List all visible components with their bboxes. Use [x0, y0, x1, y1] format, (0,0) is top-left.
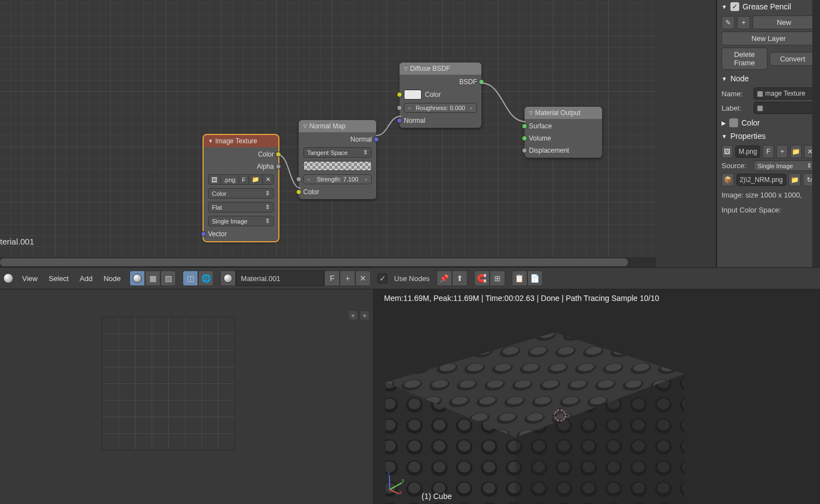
collapse-icon[interactable]: ▽	[303, 123, 307, 129]
node-material-output[interactable]: ▽ Material Output Surface Volume Displac…	[525, 107, 602, 158]
toggle-properties-icon[interactable]: +	[360, 310, 370, 320]
node-diffuse-bsdf[interactable]: ▽ Diffuse BSDF BSDF Color ◂Roughness: 0.…	[399, 63, 481, 128]
compositor-tree-icon[interactable]: ▦	[145, 271, 160, 286]
image-filename[interactable]: .png	[221, 175, 239, 184]
image-icon[interactable]: 🖼	[722, 145, 733, 158]
node-editor-hscroll[interactable]	[0, 257, 656, 267]
menu-view[interactable]: View	[20, 274, 40, 283]
collapse-icon[interactable]: ▼	[722, 133, 727, 139]
snap-icon[interactable]: 🧲	[474, 271, 490, 286]
socket-roughness-in[interactable]	[397, 105, 402, 111]
copy-icon[interactable]: 📋	[512, 271, 527, 286]
convert-button[interactable]: Convert	[770, 52, 816, 66]
socket-bsdf-out[interactable]	[479, 79, 484, 85]
menu-select[interactable]: Select	[46, 274, 71, 283]
node-editor[interactable]: terial.001 ▼ Image Texture Color Alpha 🖼…	[0, 0, 656, 257]
roughness-field[interactable]: ◂Roughness: 0.000▸	[404, 103, 477, 113]
socket-color-out[interactable]	[276, 152, 281, 157]
space-dropdown[interactable]: Tangent Space⇕	[303, 147, 372, 158]
socket-color-in[interactable]	[296, 189, 302, 195]
source-dropdown[interactable]: Single Image⇕	[208, 216, 274, 226]
shader-tree-icon[interactable]	[129, 271, 145, 286]
toggle-toolbar-icon[interactable]: +	[348, 310, 358, 320]
add-image-icon[interactable]: +	[776, 145, 788, 158]
node-header[interactable]: ▼ Image Texture	[204, 135, 278, 147]
new-button[interactable]: New	[752, 15, 816, 29]
pin-buttons[interactable]: 📌 ⬆	[437, 271, 468, 286]
image-name-input[interactable]: M.png	[735, 146, 760, 158]
tree-type-buttons[interactable]: ▦ ▨	[129, 271, 176, 286]
browse-icon[interactable]: 📁	[788, 173, 801, 186]
socket-displacement-in[interactable]	[522, 148, 527, 153]
node-header[interactable]: ▽ Material Output	[525, 107, 602, 119]
paste-icon[interactable]: 📄	[527, 271, 543, 286]
projection-dropdown[interactable]: Flat⇕	[208, 202, 274, 212]
uv-editor[interactable]: + +	[0, 289, 373, 504]
node-label-input[interactable]: ▦	[754, 102, 816, 114]
unlink-material-icon[interactable]: ✕	[355, 271, 371, 286]
delete-frame-button[interactable]: Delete Frame	[722, 48, 767, 70]
texture-tree-icon[interactable]: ▨	[160, 271, 176, 286]
snap-buttons[interactable]: 🧲 ⊞	[474, 271, 505, 286]
world-shader-icon[interactable]: 🌐	[198, 271, 214, 286]
expand-icon[interactable]: ▶	[722, 120, 726, 126]
grease-pencil-checkbox[interactable]: ✓	[730, 2, 739, 11]
socket-vector-in[interactable]	[201, 231, 206, 237]
menu-node[interactable]: Node	[101, 274, 123, 283]
socket-normal-in[interactable]	[397, 118, 402, 123]
add-material-icon[interactable]: +	[340, 271, 355, 286]
3d-viewport[interactable]: Mem:11.69M, Peak:11.69M | Time:00:02.63 …	[373, 289, 820, 504]
collapse-icon[interactable]: ▽	[529, 110, 533, 116]
collapse-icon[interactable]: ▼	[722, 4, 727, 10]
unlink-icon[interactable]: ✕	[263, 175, 273, 184]
collapse-icon[interactable]: ▼	[722, 76, 727, 82]
node-header[interactable]: ▽ Normal Map	[299, 120, 376, 132]
colorspace-dropdown[interactable]: Color⇕	[208, 188, 274, 199]
snap-type-icon[interactable]: ⊞	[490, 271, 505, 286]
node-header[interactable]: ▽ Diffuse BSDF	[399, 63, 481, 75]
fake-user-button[interactable]: F	[239, 175, 249, 184]
panel-properties[interactable]: ▼ Properties	[717, 129, 820, 143]
socket-alpha-out[interactable]	[276, 164, 281, 169]
open-image-icon[interactable]: 📁	[790, 145, 802, 158]
editor-type-icon[interactable]	[3, 273, 13, 283]
pencil-icon[interactable]: ✎	[722, 16, 735, 29]
open-file-icon[interactable]: 📁	[249, 175, 263, 184]
image-file-selector[interactable]: 🖼 .png F 📁 ✕	[208, 174, 274, 185]
collapse-icon[interactable]: ▽	[404, 66, 408, 71]
sidebar-vscroll[interactable]	[812, 0, 820, 268]
go-parent-icon[interactable]: ⬆	[452, 271, 468, 286]
socket-strength-in[interactable]	[296, 176, 302, 182]
material-icon[interactable]	[220, 271, 236, 286]
fake-user-button[interactable]: F	[762, 145, 774, 158]
uv-grid[interactable]	[102, 317, 235, 450]
panel-color[interactable]: ▶ Color	[717, 116, 820, 129]
clipboard-buttons[interactable]: 📋 📄	[512, 271, 543, 286]
color-checkbox[interactable]	[729, 118, 738, 127]
pin-icon[interactable]: 📌	[437, 271, 452, 286]
new-layer-button[interactable]: New Layer	[722, 32, 816, 45]
menu-add[interactable]: Add	[77, 274, 95, 283]
add-icon[interactable]: +	[737, 16, 750, 29]
node-normal-map[interactable]: ▽ Normal Map Normal Tangent Space⇕ ◂Stre…	[299, 120, 376, 199]
socket-surface-in[interactable]	[522, 123, 527, 129]
socket-volume-in[interactable]	[522, 136, 527, 141]
panel-grease-pencil[interactable]: ▼ ✓ Grease Pencil	[717, 0, 820, 13]
socket-normal-out[interactable]	[373, 137, 379, 142]
image-path-input[interactable]: 2)\2_NRM.png	[736, 174, 786, 186]
material-name-input[interactable]: Material.001	[236, 271, 324, 286]
object-shader-icon[interactable]: ◫	[183, 271, 198, 286]
node-image-texture[interactable]: ▼ Image Texture Color Alpha 🖼 .png F 📁 ✕…	[204, 135, 278, 241]
strength-field[interactable]: ◂Strength: 7.100▸	[303, 174, 372, 184]
panel-node[interactable]: ▼ Node	[717, 72, 820, 85]
pack-icon[interactable]: 📦	[722, 173, 734, 186]
shader-type-buttons[interactable]: ◫ 🌐	[183, 271, 214, 286]
color-swatch[interactable]	[404, 90, 422, 100]
source-dropdown[interactable]: Single Image⇕	[754, 160, 816, 171]
use-nodes-checkbox[interactable]: ✓	[377, 273, 387, 283]
scrollbar-thumb[interactable]	[0, 258, 628, 266]
node-name-input[interactable]: ▦mage Texture	[754, 87, 816, 100]
uvmap-selector[interactable]	[303, 161, 372, 171]
socket-color-in[interactable]	[397, 92, 402, 97]
collapse-icon[interactable]: ▼	[208, 138, 213, 144]
